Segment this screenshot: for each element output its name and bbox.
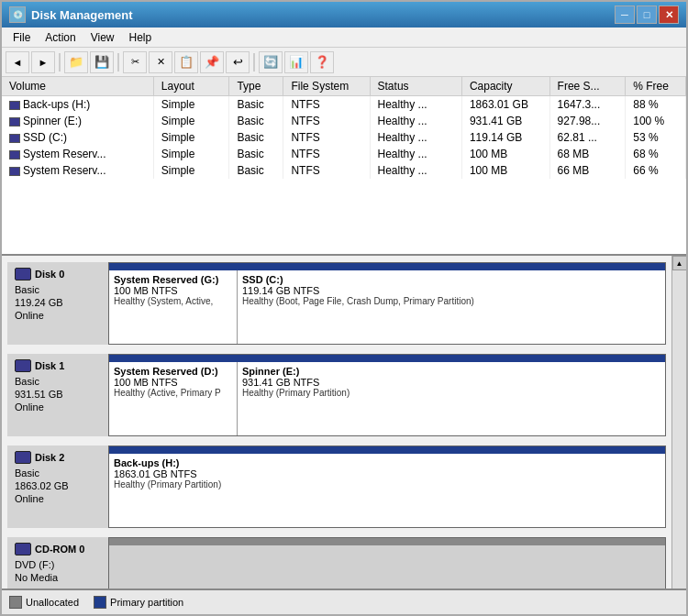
save-button[interactable]: 💾 [90,51,114,73]
col-volume[interactable]: Volume [2,77,153,96]
status-bar: Unallocated Primary partition [2,588,686,614]
cell-volume: Back-ups (H:) [2,96,153,114]
cell-fs: NTFS [283,96,370,114]
refresh-button[interactable]: 🔄 [259,51,283,73]
menu-help[interactable]: Help [122,29,160,46]
cell-capacity: 1863.01 GB [461,96,549,114]
cell-status: Healthy ... [370,162,461,179]
cell-status: Healthy ... [370,129,461,146]
disk-label-disk0: Disk 0Basic119.24 GBOnline [7,262,108,345]
disk-row-disk1: Disk 1Basic931.51 GBOnlineSystem Reserve… [7,354,666,436]
cell-status: Healthy ... [370,113,461,129]
table-row[interactable]: System Reserv... Simple Basic NTFS Healt… [2,162,686,179]
col-filesystem[interactable]: File System [283,77,370,96]
partition-disk1-0[interactable]: System Reserved (D:)100 MB NTFSHealthy (… [109,362,238,435]
menu-view[interactable]: View [83,29,122,46]
cell-fs: NTFS [283,129,370,146]
table-row[interactable]: System Reserv... Simple Basic NTFS Healt… [2,146,686,162]
cell-layout: Simple [153,146,229,162]
menu-file[interactable]: File [6,29,38,46]
cell-capacity: 119.14 GB [461,129,549,146]
table-row[interactable]: Back-ups (H:) Simple Basic NTFS Healthy … [2,96,686,114]
disk-view-container: Disk 0Basic119.24 GBOnlineSystem Reserve… [2,256,686,588]
app-icon: 💿 [9,6,26,23]
col-status[interactable]: Status [370,77,461,96]
table-row[interactable]: SSD (C:) Simple Basic NTFS Healthy ... 1… [2,129,686,146]
partition-disk0-0[interactable]: System Reserved (G:)100 MB NTFSHealthy (… [109,270,238,344]
cell-type: Basic [229,162,283,179]
cell-layout: Simple [153,129,229,146]
cell-free: 62.81 ... [549,129,626,146]
cell-fs: NTFS [283,113,370,129]
disk-partitions-cdrom0 [108,537,666,588]
cell-fs: NTFS [283,162,370,179]
col-capacity[interactable]: Capacity [461,77,549,96]
back-button[interactable]: ◄ [6,51,29,73]
disk-panels: Disk 0Basic119.24 GBOnlineSystem Reserve… [2,256,671,588]
cell-pct: 68 % [626,146,686,162]
cell-type: Basic [229,129,283,146]
col-free[interactable]: Free S... [549,77,626,96]
delete-button[interactable]: ✕ [149,51,172,73]
cell-volume: SSD (C:) [2,129,153,146]
disk-label-cdrom0: CD-ROM 0DVD (F:)No Media [7,537,108,588]
scrollbar-right[interactable]: ▲ ▼ [671,256,686,588]
table-row[interactable]: Spinner (E:) Simple Basic NTFS Healthy .… [2,113,686,129]
toolbar-separator-2 [117,53,119,72]
cell-capacity: 931.41 GB [461,113,549,129]
main-content: Volume Layout Type File System Status Ca… [2,77,686,588]
cell-pct: 100 % [626,113,686,129]
properties-button[interactable]: 📊 [284,51,308,73]
toolbar-separator-3 [253,53,255,72]
cell-type: Basic [229,146,283,162]
scroll-up-button[interactable]: ▲ [672,256,687,270]
cell-type: Basic [229,113,283,129]
legend-primary-label: Primary partition [110,597,183,608]
disk-row-cdrom0: CD-ROM 0DVD (F:)No Media [7,537,666,588]
partition-disk1-1[interactable]: Spinner (E:)931.41 GB NTFSHealthy (Prima… [238,362,665,435]
legend-unallocated-box [9,596,22,609]
cell-layout: Simple [153,113,229,129]
legend-unallocated-label: Unallocated [26,597,79,608]
cell-fs: NTFS [283,146,370,162]
window-title: Disk Management [31,8,133,22]
cell-status: Healthy ... [370,146,461,162]
disk-row-disk2: Disk 2Basic1863.02 GBOnlineBack-ups (H:)… [7,446,666,528]
paste-button[interactable]: 📌 [200,51,224,73]
cell-volume: System Reserv... [2,162,153,179]
volume-list[interactable]: Volume Layout Type File System Status Ca… [2,77,686,256]
disk-partitions-disk2: Back-ups (H:)1863.01 GB NTFSHealthy (Pri… [108,446,666,528]
cell-layout: Simple [153,96,229,114]
cell-layout: Simple [153,162,229,179]
menu-action[interactable]: Action [38,29,83,46]
cell-free: 66 MB [549,162,626,179]
disk-partitions-disk0: System Reserved (G:)100 MB NTFSHealthy (… [108,262,666,345]
help-button[interactable]: ❓ [310,51,334,73]
cell-capacity: 100 MB [461,146,549,162]
disk-row-disk0: Disk 0Basic119.24 GBOnlineSystem Reserve… [7,262,666,345]
col-layout[interactable]: Layout [153,77,229,96]
cell-status: Healthy ... [370,96,461,114]
cell-pct: 88 % [626,96,686,114]
legend-primary-box [94,596,106,609]
cell-volume: Spinner (E:) [2,113,153,129]
minimize-button[interactable]: ─ [615,6,635,24]
maximize-button[interactable]: □ [637,6,657,24]
toolbar: ◄ ► 📁 💾 ✂ ✕ 📋 📌 ↩ 🔄 📊 ❓ [2,48,686,77]
cell-pct: 66 % [626,162,686,179]
col-type[interactable]: Type [229,77,283,96]
partition-disk0-1[interactable]: SSD (C:)119.14 GB NTFSHealthy (Boot, Pag… [238,270,665,344]
disk-label-disk1: Disk 1Basic931.51 GBOnline [7,354,108,436]
disk-label-disk2: Disk 2Basic1863.02 GBOnline [7,446,108,528]
partition-disk2-0[interactable]: Back-ups (H:)1863.01 GB NTFSHealthy (Pri… [109,454,665,527]
undo-button[interactable]: ↩ [226,51,250,73]
close-button[interactable]: ✕ [659,6,679,24]
cut-button[interactable]: ✂ [123,51,147,73]
folder-button[interactable]: 📁 [64,51,88,73]
cell-type: Basic [229,96,283,114]
copy-button[interactable]: 📋 [174,51,198,73]
legend-primary: Primary partition [94,596,183,609]
title-bar: 💿 Disk Management ─ □ ✕ [2,2,686,28]
forward-button[interactable]: ► [31,51,55,73]
col-pct[interactable]: % Free [626,77,686,96]
